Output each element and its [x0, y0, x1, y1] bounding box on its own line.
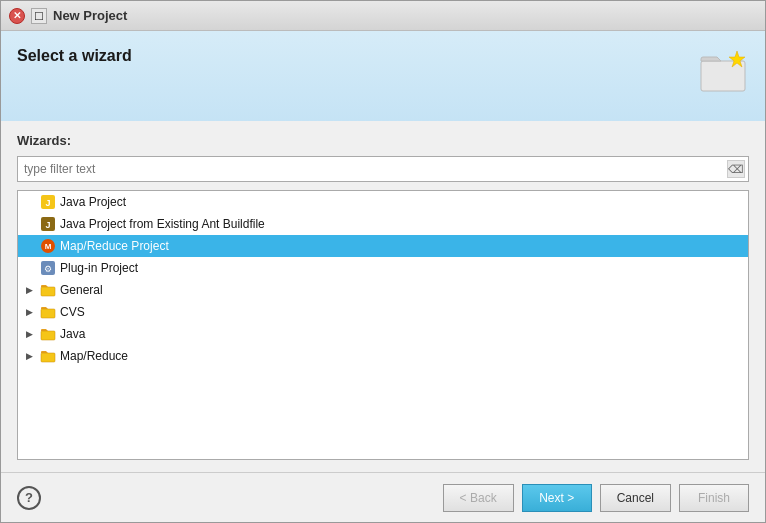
- item-label: Map/Reduce Project: [60, 239, 169, 253]
- svg-rect-11: [41, 309, 55, 318]
- next-button[interactable]: Next >: [522, 484, 592, 512]
- item-icon: [40, 326, 56, 342]
- item-label: Plug-in Project: [60, 261, 138, 275]
- svg-rect-0: [701, 61, 745, 91]
- tree-item[interactable]: ⚙Plug-in Project: [18, 257, 748, 279]
- svg-text:⚙: ⚙: [44, 264, 52, 274]
- close-button[interactable]: ✕: [9, 8, 25, 24]
- item-label: CVS: [60, 305, 85, 319]
- item-label: Java Project from Existing Ant Buildfile: [60, 217, 265, 231]
- svg-text:J: J: [45, 198, 50, 208]
- svg-rect-12: [41, 331, 55, 340]
- filter-clear-button[interactable]: ⌫: [727, 160, 745, 178]
- item-icon: J: [40, 194, 56, 210]
- item-icon: ⚙: [40, 260, 56, 276]
- content-area: Wizards: ⌫ JJava ProjectJJava Project fr…: [1, 121, 765, 472]
- svg-text:J: J: [45, 220, 50, 230]
- title-bar: ✕ □ New Project: [1, 1, 765, 31]
- expand-icon[interactable]: ▶: [22, 329, 36, 339]
- dialog-title: New Project: [53, 8, 757, 23]
- wizards-label: Wizards:: [17, 133, 749, 148]
- tree-item[interactable]: MMap/Reduce Project: [18, 235, 748, 257]
- item-label: General: [60, 283, 103, 297]
- header-area: Select a wizard: [1, 31, 765, 121]
- svg-text:M: M: [45, 242, 52, 251]
- new-project-dialog: ✕ □ New Project Select a wizard Wizards:…: [0, 0, 766, 523]
- item-label: Java Project: [60, 195, 126, 209]
- back-button[interactable]: < Back: [443, 484, 514, 512]
- expand-icon[interactable]: ▶: [22, 285, 36, 295]
- item-icon: J: [40, 216, 56, 232]
- item-icon: M: [40, 238, 56, 254]
- tree-item[interactable]: ▶General: [18, 279, 748, 301]
- item-label: Java: [60, 327, 85, 341]
- tree-item[interactable]: JJava Project: [18, 191, 748, 213]
- finish-button[interactable]: Finish: [679, 484, 749, 512]
- wizard-icon: [699, 47, 749, 97]
- tree-item[interactable]: JJava Project from Existing Ant Buildfil…: [18, 213, 748, 235]
- help-button[interactable]: ?: [17, 486, 41, 510]
- svg-rect-13: [41, 353, 55, 362]
- item-icon: [40, 282, 56, 298]
- tree-item[interactable]: ▶Map/Reduce: [18, 345, 748, 367]
- item-label: Map/Reduce: [60, 349, 128, 363]
- tree-item[interactable]: ▶CVS: [18, 301, 748, 323]
- svg-rect-10: [41, 287, 55, 296]
- filter-container: ⌫: [17, 156, 749, 182]
- tree-item[interactable]: ▶Java: [18, 323, 748, 345]
- expand-icon[interactable]: ▶: [22, 351, 36, 361]
- item-icon: [40, 348, 56, 364]
- footer: ? < Back Next > Cancel Finish: [1, 472, 765, 522]
- cancel-button[interactable]: Cancel: [600, 484, 671, 512]
- wizards-tree-list[interactable]: JJava ProjectJJava Project from Existing…: [17, 190, 749, 460]
- expand-icon[interactable]: ▶: [22, 307, 36, 317]
- item-icon: [40, 304, 56, 320]
- minimize-button[interactable]: □: [31, 8, 47, 24]
- filter-input[interactable]: [17, 156, 749, 182]
- header-title: Select a wizard: [17, 47, 132, 65]
